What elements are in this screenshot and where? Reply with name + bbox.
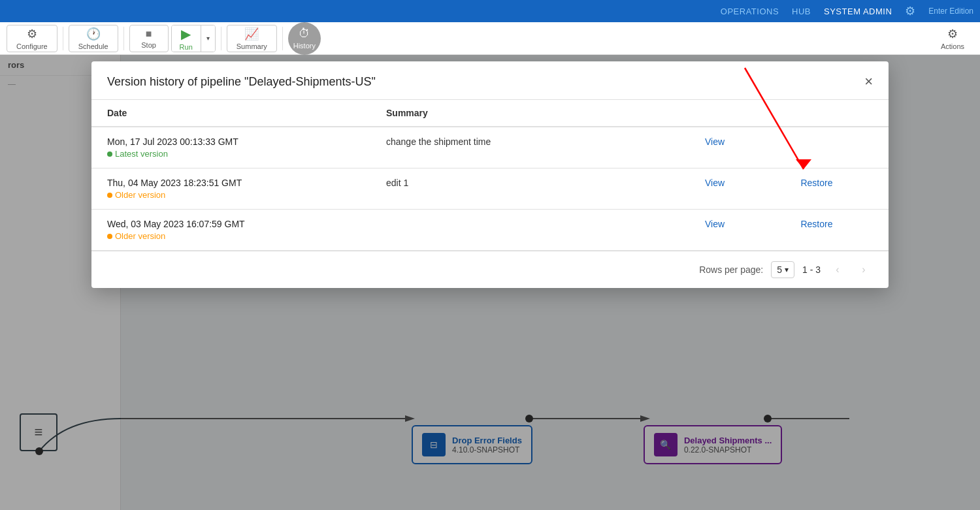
stop-button[interactable]: ■ Stop (129, 25, 169, 52)
separator4 (282, 27, 283, 50)
version-history-modal: Version history of pipeline "Delayed-Shi… (91, 61, 889, 288)
chevron-down-icon: ▾ (206, 35, 210, 42)
rows-per-page-label: Rows per page: (699, 264, 763, 275)
rows-per-page-select[interactable]: 5 ▾ (771, 261, 794, 278)
run-label: Run (180, 43, 193, 51)
view-cell-3: View (689, 210, 785, 251)
summary-label: Summary (237, 42, 267, 50)
col-date: Date (91, 100, 370, 127)
configure-label: Configure (16, 42, 48, 50)
next-page-button[interactable]: › (855, 261, 873, 279)
badge-label-1: Latest version (115, 149, 168, 159)
rows-per-page-value: 5 (777, 264, 782, 275)
version-table: Date Summary Mon, 17 Jul 2023 00:13:33 G… (91, 100, 889, 251)
table-row: Wed, 03 May 2023 16:07:59 GMT Older vers… (91, 210, 889, 251)
summary-icon: 📈 (244, 27, 259, 41)
badge-dot-3 (107, 234, 112, 239)
modal-overlay[interactable]: Version history of pipeline "Delayed-Shi… (0, 55, 980, 510)
history-label: History (293, 42, 316, 50)
date-cell-2: Thu, 04 May 2023 18:23:51 GMT Older vers… (91, 168, 370, 210)
top-navigation: OPERATIONS HUB SYSTEM ADMIN ⚙ Enter Edit… (0, 0, 980, 22)
table-row: Mon, 17 Jul 2023 00:13:33 GMT Latest ver… (91, 127, 889, 168)
toolbar: ⚙ Configure 🕐 Schedule ■ Stop ▶ Run ▾ 📈 … (0, 22, 980, 55)
badge-label-2: Older version (115, 190, 165, 200)
date-cell-1: Mon, 17 Jul 2023 00:13:33 GMT Latest ver… (91, 127, 370, 168)
schedule-icon: 🕐 (86, 27, 101, 41)
summary-cell-3 (370, 210, 689, 251)
badge-dot-1 (107, 151, 112, 157)
version-date-2: Thu, 04 May 2023 18:23:51 GMT (107, 178, 355, 188)
pagination: Rows per page: 5 ▾ 1 - 3 ‹ › (91, 251, 889, 288)
separator3 (221, 27, 221, 50)
configure-icon: ⚙ (27, 27, 37, 41)
main-area: rors — ≡ ⊟ Drop Error Fields 4.10.0 (0, 55, 980, 510)
view-cell-1: View (689, 127, 785, 168)
modal-title: Version history of pipeline "Delayed-Shi… (107, 75, 376, 89)
badge-label-3: Older version (115, 231, 165, 241)
summary-cell-2: edit 1 (370, 168, 689, 210)
restore-cell-1 (785, 127, 889, 168)
view-link-3[interactable]: View (705, 219, 725, 229)
history-button[interactable]: ⏱ History (288, 22, 321, 55)
nav-enter-edition[interactable]: Enter Edition (928, 7, 973, 16)
nav-hub[interactable]: HUB (792, 7, 811, 16)
history-icon: ⏱ (299, 27, 310, 40)
actions-label: Actions (941, 42, 964, 50)
modal-header: Version history of pipeline "Delayed-Shi… (91, 61, 889, 100)
col-view (689, 100, 785, 127)
gear-icon[interactable]: ⚙ (905, 4, 915, 18)
schedule-label: Schedule (78, 42, 108, 50)
view-cell-2: View (689, 168, 785, 210)
version-date-1: Mon, 17 Jul 2023 00:13:33 GMT (107, 136, 355, 147)
stop-label: Stop (141, 41, 156, 49)
restore-cell-3: Restore (785, 210, 889, 251)
prev-page-button[interactable]: ‹ (828, 261, 847, 279)
page-range: 1 - 3 (802, 264, 821, 275)
version-badge-2: Older version (107, 190, 355, 200)
table-header-row: Date Summary (91, 100, 889, 127)
run-play-icon: ▶ (181, 26, 191, 42)
col-summary: Summary (370, 100, 689, 127)
restore-cell-2: Restore (785, 168, 889, 210)
configure-button[interactable]: ⚙ Configure (7, 25, 57, 52)
version-date-3: Wed, 03 May 2023 16:07:59 GMT (107, 219, 355, 229)
modal-close-button[interactable]: × (864, 74, 873, 89)
nav-operations[interactable]: OPERATIONS (721, 7, 779, 16)
summary-button[interactable]: 📈 Summary (227, 25, 277, 52)
col-restore (785, 100, 889, 127)
version-badge-3: Older version (107, 231, 355, 241)
restore-link-3[interactable]: Restore (800, 219, 832, 229)
stop-icon: ■ (146, 28, 152, 40)
run-dropdown-button[interactable]: ▾ (201, 25, 215, 52)
schedule-button[interactable]: 🕐 Schedule (69, 25, 118, 52)
summary-cell-1: change the shipment time (370, 127, 689, 168)
restore-link-2[interactable]: Restore (800, 178, 832, 188)
date-cell-3: Wed, 03 May 2023 16:07:59 GMT Older vers… (91, 210, 370, 251)
badge-dot-2 (107, 193, 112, 198)
version-badge-1: Latest version (107, 149, 355, 159)
actions-gear-icon: ⚙ (947, 27, 958, 41)
run-button-group: ▶ Run ▾ (171, 25, 216, 52)
view-link-2[interactable]: View (705, 178, 725, 188)
view-link-1[interactable]: View (705, 136, 725, 147)
nav-system-admin[interactable]: SYSTEM ADMIN (824, 7, 892, 16)
actions-button[interactable]: ⚙ Actions (932, 25, 973, 52)
separator (63, 27, 63, 50)
run-button[interactable]: ▶ Run (172, 25, 201, 52)
dropdown-chevron-icon: ▾ (785, 265, 789, 274)
table-row: Thu, 04 May 2023 18:23:51 GMT Older vers… (91, 168, 889, 210)
separator2 (123, 27, 124, 50)
